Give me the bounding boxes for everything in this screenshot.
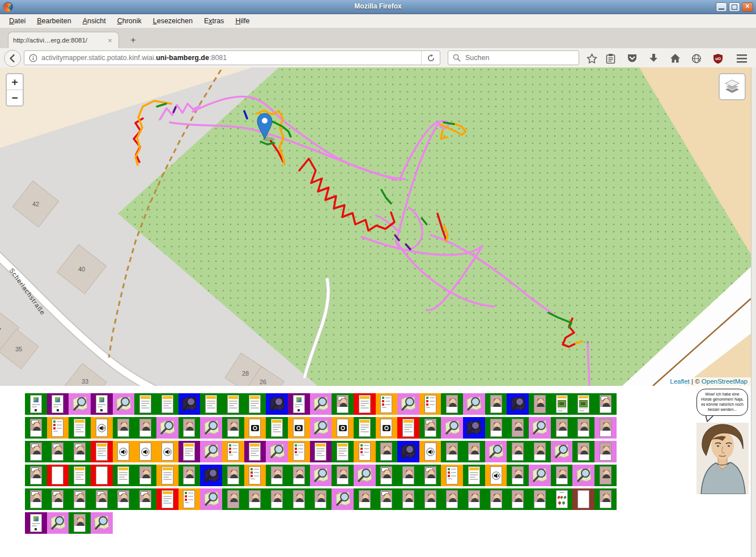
timeline-tile-check[interactable] bbox=[222, 441, 244, 462]
timeline-tile-app[interactable] bbox=[47, 393, 69, 415]
timeline-tile-osmD[interactable] bbox=[179, 393, 201, 415]
timeline-tile-photo[interactable] bbox=[551, 393, 573, 415]
timeline-tile-avaB[interactable] bbox=[419, 417, 441, 439]
leaflet-link[interactable]: Leaflet bbox=[670, 378, 690, 385]
home-button[interactable] bbox=[669, 52, 681, 65]
timeline-tile-osm[interactable] bbox=[572, 465, 594, 486]
new-tab-button[interactable]: + bbox=[126, 34, 141, 46]
timeline-tile-avaB[interactable] bbox=[25, 488, 47, 510]
timeline-tile-cardY[interactable] bbox=[179, 441, 201, 462]
menu-item-extras[interactable]: Extras bbox=[198, 15, 230, 27]
timeline-tile-avaB[interactable] bbox=[332, 393, 354, 415]
timeline-tile-avaB[interactable] bbox=[25, 441, 47, 462]
openstreetmap-link[interactable]: OpenStreetMap bbox=[702, 378, 747, 385]
timeline-tile-app[interactable] bbox=[25, 393, 47, 415]
timeline-tile-ava[interactable] bbox=[529, 441, 551, 462]
timeline-tile-check[interactable] bbox=[47, 417, 69, 439]
timeline-tile-ava[interactable] bbox=[266, 488, 288, 510]
timeline-tile-osm[interactable] bbox=[69, 393, 91, 415]
timeline-tile-osmD[interactable] bbox=[507, 393, 529, 415]
timeline-tile-spk[interactable] bbox=[91, 417, 113, 439]
timeline-tile-cardY[interactable] bbox=[222, 393, 244, 415]
menu-item-hilfe[interactable]: Hilfe bbox=[230, 15, 255, 27]
menu-item-bearbeiten[interactable]: Bearbeiten bbox=[31, 15, 77, 27]
timeline-tile-app[interactable] bbox=[288, 393, 310, 415]
timeline-tile-avaB[interactable] bbox=[113, 488, 135, 510]
timeline-tile-check[interactable] bbox=[441, 465, 463, 486]
timeline-tile-ava[interactable] bbox=[463, 488, 485, 510]
zoom-out-button[interactable]: − bbox=[7, 90, 23, 105]
timeline-tile-osmD[interactable] bbox=[397, 441, 419, 462]
timeline-tile-check[interactable] bbox=[179, 488, 201, 510]
ublock-button[interactable]: uO bbox=[712, 52, 724, 65]
menu-item-chronik[interactable]: Chronik bbox=[112, 15, 147, 27]
back-button[interactable] bbox=[4, 50, 21, 67]
timeline-tile-spk[interactable] bbox=[485, 465, 507, 486]
timeline-tile-app[interactable] bbox=[91, 393, 113, 415]
timeline-tile-spk[interactable] bbox=[156, 441, 179, 462]
timeline-tile-cardY[interactable] bbox=[354, 417, 376, 439]
timeline-tile-avaB[interactable] bbox=[91, 488, 113, 510]
timeline-tile-cardY[interactable] bbox=[463, 465, 485, 486]
timeline-tile-avaB[interactable] bbox=[25, 417, 47, 439]
timeline-tile-ava[interactable] bbox=[134, 417, 156, 439]
timeline-tile-osm[interactable] bbox=[156, 417, 179, 439]
timeline-tile-osm[interactable] bbox=[551, 441, 573, 462]
timeline-tile-cardY[interactable] bbox=[156, 393, 179, 415]
timeline-tile-ava[interactable] bbox=[288, 465, 310, 486]
layers-control[interactable] bbox=[719, 73, 746, 100]
timeline-tile-ava[interactable] bbox=[441, 488, 463, 510]
timeline-tile-ava[interactable] bbox=[507, 488, 529, 510]
timeline-tile-ava[interactable] bbox=[376, 441, 398, 462]
timeline-tile-cardY[interactable] bbox=[156, 488, 179, 510]
timeline-tile-ava[interactable] bbox=[179, 417, 201, 439]
timeline-tile-cardY[interactable] bbox=[91, 441, 113, 462]
timeline-tile-ava[interactable] bbox=[507, 465, 529, 486]
timeline-tile-ava[interactable] bbox=[354, 488, 376, 510]
timeline-tile-avaB[interactable] bbox=[376, 488, 398, 510]
minimize-button[interactable] bbox=[716, 2, 727, 12]
timeline-tile-cardY[interactable] bbox=[200, 393, 222, 415]
timeline-tile-ava[interactable] bbox=[551, 465, 573, 486]
timeline-tile-ava[interactable] bbox=[594, 488, 617, 510]
timeline-tile-ava[interactable] bbox=[397, 488, 419, 510]
timeline-tile-ava[interactable] bbox=[572, 441, 594, 462]
timeline-tile-osm[interactable] bbox=[485, 441, 507, 462]
reading-list-button[interactable] bbox=[604, 52, 617, 65]
reload-button[interactable] bbox=[421, 51, 440, 65]
timeline-tile-ava[interactable] bbox=[113, 417, 135, 439]
timeline-tile-avaB[interactable] bbox=[69, 488, 91, 510]
timeline-tile-cardY[interactable] bbox=[134, 393, 156, 415]
timeline-tile-osm[interactable] bbox=[200, 488, 222, 510]
timeline-tile-osm[interactable] bbox=[332, 488, 354, 510]
timeline-tile-cardY[interactable] bbox=[310, 441, 332, 462]
timeline-tile-cam[interactable] bbox=[376, 417, 398, 439]
timeline-tile-cardY[interactable] bbox=[244, 393, 266, 415]
timeline-tile-ava[interactable] bbox=[179, 465, 201, 486]
timeline-tile-badge[interactable] bbox=[551, 488, 573, 510]
timeline-tile-osmD[interactable] bbox=[200, 465, 222, 486]
timeline-tile-ava[interactable] bbox=[222, 465, 244, 486]
timeline-tile-osm[interactable] bbox=[200, 441, 222, 462]
timeline-tile-ava[interactable] bbox=[551, 417, 573, 439]
timeline-tile-osm[interactable] bbox=[310, 393, 332, 415]
menu-hamburger-button[interactable] bbox=[736, 52, 748, 65]
timeline-tile-osm[interactable] bbox=[47, 512, 69, 534]
map-canvas[interactable]: 42 40 37 35 33 28 26 Scherlachstraße bbox=[0, 67, 751, 386]
timeline-tile-ava[interactable] bbox=[485, 417, 507, 439]
timeline-tile-cardY[interactable] bbox=[332, 441, 354, 462]
timeline-tile-avaPink[interactable] bbox=[222, 488, 244, 510]
timeline-tile-osm[interactable] bbox=[529, 417, 551, 439]
timeline-tile-ava[interactable] bbox=[310, 488, 332, 510]
timeline-tile-ava[interactable] bbox=[463, 441, 485, 462]
search-input[interactable] bbox=[464, 53, 579, 62]
timeline-tile-cardY[interactable] bbox=[354, 393, 376, 415]
timeline-tile-osm[interactable] bbox=[113, 393, 135, 415]
timeline-tile-avaPink[interactable] bbox=[529, 393, 551, 415]
downloads-button[interactable] bbox=[647, 52, 660, 65]
extension-globe-button[interactable] bbox=[690, 52, 703, 65]
timeline-tile-cardY[interactable] bbox=[397, 417, 419, 439]
timeline-tile-ava[interactable] bbox=[441, 393, 463, 415]
timeline-tile-check[interactable] bbox=[354, 441, 376, 462]
timeline-tile-avaB[interactable] bbox=[47, 488, 69, 510]
